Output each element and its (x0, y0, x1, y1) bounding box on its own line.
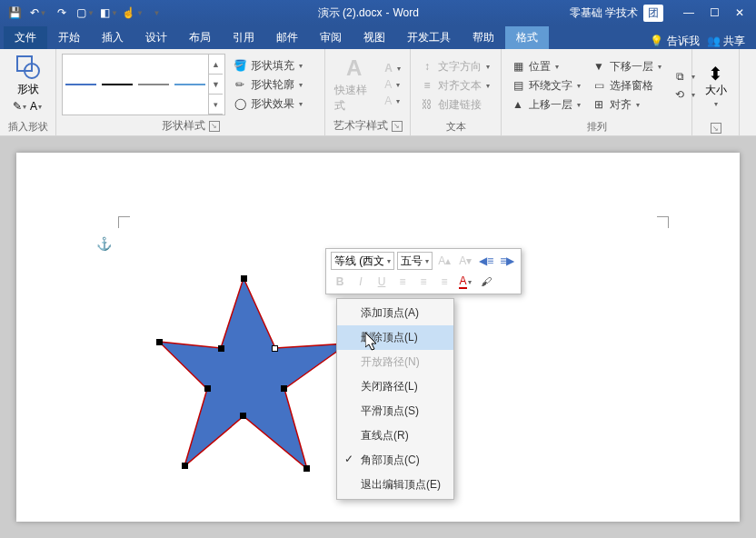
bring-forward-button[interactable]: ▲上移一层▾ (507, 96, 584, 114)
tab-review[interactable]: 审阅 (309, 26, 353, 49)
backward-icon: ▼ (592, 59, 606, 74)
group-arrange: 排列 (507, 118, 686, 134)
tab-home[interactable]: 开始 (47, 26, 91, 49)
ctx-corner-point[interactable]: ✓角部顶点(C) (337, 448, 453, 473)
restore-button[interactable]: ☐ (701, 3, 727, 23)
align-icon: ≡ (420, 78, 434, 93)
tab-references[interactable]: 引用 (222, 26, 265, 49)
shape-fill-button[interactable]: 🪣形状填充▾ (229, 57, 306, 75)
shape-styles-launcher[interactable]: ↘ (209, 121, 220, 132)
close-button[interactable]: ✕ (727, 3, 752, 23)
rotate-icon: ⟲ (672, 87, 687, 102)
margin-corner-tr (657, 216, 669, 228)
shape-icon (15, 55, 41, 80)
new-icon[interactable]: ▢▼ (75, 3, 96, 23)
tab-format[interactable]: 格式 (505, 26, 549, 49)
ctx-smooth-point[interactable]: 平滑顶点(S) (337, 399, 453, 423)
font-color-icon[interactable]: A▾ (456, 273, 474, 291)
align-center-icon: ≡ (414, 273, 433, 291)
group-shape-styles: 形状样式 (162, 118, 205, 134)
decrease-indent-icon[interactable]: ◀≡ (477, 252, 495, 270)
font-selector[interactable]: 等线 (西文▾ (331, 252, 394, 270)
position-icon: ▦ (511, 59, 525, 74)
shape-style-gallery[interactable]: ▲▼▾ (62, 54, 225, 115)
bold-icon: B (331, 273, 349, 291)
link-icon: ⛓ (420, 97, 434, 112)
text-direction-button: ↕文字方向▾ (416, 58, 493, 75)
group-icon: ⧉ (672, 69, 687, 84)
wrap-text-button[interactable]: ▤环绕文字▾ (507, 77, 584, 95)
align-left-icon: ≡ (393, 273, 412, 291)
align-objects-button[interactable]: ⊞对齐▾ (588, 96, 665, 114)
wordart-quick-button[interactable]: A 快速样式 (331, 54, 377, 115)
wordart-icon: A (346, 55, 362, 81)
fill-icon: 🪣 (233, 58, 247, 73)
ctx-exit-edit[interactable]: 退出编辑顶点(E) (337, 473, 453, 497)
ctx-straight-point[interactable]: 直线点(R) (337, 423, 453, 448)
ctx-delete-point[interactable]: 删除顶点(L) (337, 325, 453, 350)
mini-toolbar: 等线 (西文▾ 五号▾ A▴ A▾ ◀≡ ≡▶ B I U ≡ ≡ ≡ A▾ 🖌 (325, 248, 522, 294)
wrap-icon: ▤ (511, 78, 525, 93)
ctx-close-path[interactable]: 关闭路径(L) (337, 374, 453, 399)
tab-developer[interactable]: 开发工具 (396, 26, 462, 49)
window-title: 演示 (2).docx - Word (167, 5, 570, 21)
minimize-button[interactable]: — (676, 3, 701, 23)
shape-outline-button[interactable]: ✏形状轮廓▾ (229, 76, 306, 94)
forward-icon: ▲ (511, 97, 525, 112)
tellme-button[interactable]: 💡 告诉我 (650, 34, 699, 49)
group-insert-shape: 插入形状 (5, 118, 50, 134)
send-backward-button[interactable]: ▼下移一层▾ (588, 58, 665, 75)
user-badge[interactable]: 团 (643, 5, 663, 22)
textbox-icon[interactable]: A▾ (29, 99, 44, 114)
tab-layout[interactable]: 布局 (178, 26, 222, 49)
touch-icon[interactable]: ☝▼ (122, 3, 144, 23)
shape-effects-button[interactable]: ◯形状效果▾ (229, 95, 306, 113)
tab-insert[interactable]: 插入 (91, 26, 134, 49)
decrease-font-icon: A▾ (456, 252, 474, 270)
text-effects-button: A▾ (381, 94, 404, 108)
edit-shape-icon[interactable]: ✎▾ (13, 99, 27, 114)
insert-shape-button[interactable]: 形状 (12, 53, 45, 99)
quickprint-icon[interactable]: ◧▼ (98, 3, 120, 23)
ctx-add-point[interactable]: 添加顶点(A) (337, 301, 453, 325)
increase-font-icon: A▴ (435, 252, 453, 270)
selection-pane-button[interactable]: ▭选择窗格 (588, 77, 665, 95)
effects-icon: ◯ (233, 96, 247, 111)
tab-file[interactable]: 文件 (4, 26, 47, 49)
tab-view[interactable]: 视图 (353, 26, 396, 49)
autosave-icon[interactable]: 💾 (4, 3, 25, 23)
align-right-icon: ≡ (435, 273, 453, 291)
group-wordart: 艺术字样式 (333, 118, 388, 134)
ctx-open-path: 开放路径(N) (337, 350, 453, 374)
tab-design[interactable]: 设计 (134, 26, 178, 49)
undo-icon[interactable]: ↶▼ (27, 3, 49, 23)
document-page[interactable]: ⚓ 等线 (西文▾ 五号▾ A▴ A▾ ◀≡ ≡▶ (16, 153, 740, 522)
position-button[interactable]: ▦位置▾ (507, 58, 584, 75)
share-button[interactable]: 👥 共享 (707, 34, 745, 49)
qat-more-icon[interactable]: ▼ (145, 3, 167, 23)
wordart-launcher[interactable]: ↘ (392, 121, 403, 132)
anchor-icon: ⚓ (96, 236, 112, 251)
increase-indent-icon[interactable]: ≡▶ (498, 252, 516, 270)
outline-icon: ✏ (233, 77, 247, 92)
brand-text: 零基础 学技术 (570, 5, 638, 21)
alignobj-icon: ⊞ (592, 97, 606, 112)
size-button[interactable]: ⬍ 大小 ▾ (701, 65, 731, 110)
direction-icon: ↕ (420, 59, 434, 74)
tab-mailings[interactable]: 邮件 (265, 26, 309, 49)
format-painter-icon[interactable]: 🖌 (477, 273, 495, 291)
italic-icon: I (352, 273, 370, 291)
align-text-button: ≡对齐文本▾ (416, 77, 493, 95)
selection-icon: ▭ (592, 78, 606, 93)
size-icon: ⬍ (709, 66, 723, 81)
underline-icon: U (373, 273, 391, 291)
text-fill-button: A▾ (381, 61, 404, 75)
check-icon: ✓ (344, 453, 353, 465)
tab-help[interactable]: 帮助 (462, 26, 505, 49)
redo-icon[interactable]: ↷ (51, 3, 73, 23)
star-shape[interactable] (157, 271, 357, 483)
margin-corner-tl (118, 216, 130, 228)
text-outline-button: A▾ (381, 77, 404, 92)
font-size-selector[interactable]: 五号▾ (397, 252, 433, 270)
size-launcher[interactable]: ↘ (711, 123, 721, 134)
